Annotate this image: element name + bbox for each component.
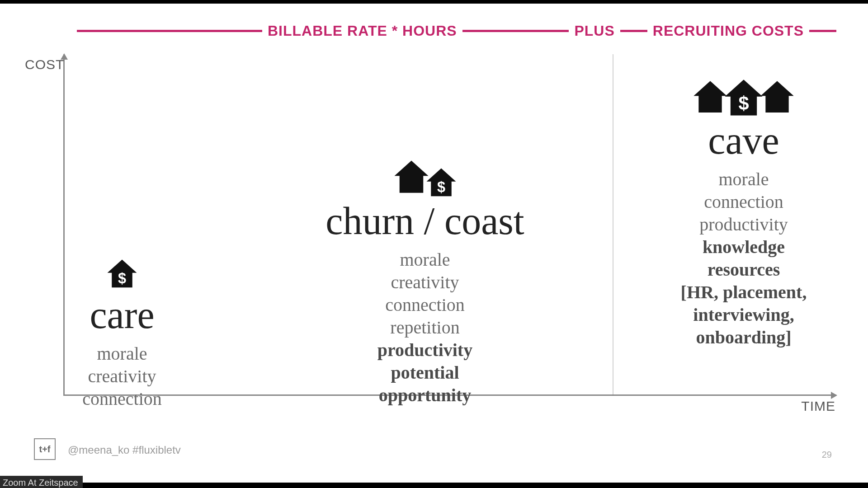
list-item: productivity — [665, 213, 823, 236]
section-divider — [613, 54, 613, 396]
rule — [809, 30, 836, 32]
footer-logo: t+f — [34, 438, 56, 460]
list-item: morale — [267, 249, 583, 271]
top-bar: BILLABLE RATE * HOURS PLUS RECRUITING CO… — [77, 23, 836, 39]
list-item: morale — [70, 343, 174, 365]
cluster-list: moraleconnectionproductivityknowledgeres… — [665, 168, 823, 349]
list-item: interviewing, — [665, 304, 823, 326]
rule — [620, 30, 647, 32]
list-item: resources — [665, 258, 823, 281]
x-axis-label: TIME — [801, 399, 835, 414]
cluster-list: moralecreativityconnection — [70, 343, 174, 410]
cluster-list: moralecreativityconnectionrepetitionprod… — [267, 249, 583, 407]
slide: BILLABLE RATE * HOURS PLUS RECRUITING CO… — [0, 4, 868, 483]
cluster-title: churn / coast — [267, 202, 583, 240]
list-item: [HR, placement, — [665, 281, 823, 304]
cluster-care: $ care moralecreativityconnection — [70, 257, 174, 410]
list-item: repetition — [267, 316, 583, 339]
y-axis-label: COST — [25, 57, 64, 72]
top-label-billable: BILLABLE RATE * HOURS — [262, 23, 462, 39]
list-item: connection — [665, 191, 823, 213]
house-dollar-icon: $ — [665, 76, 823, 117]
cluster-cave: $ cave moraleconnectionproductivityknowl… — [665, 76, 823, 349]
house-dollar-icon: $ — [267, 157, 583, 198]
footer-handle: @meena_ko #fluxibletv — [68, 444, 181, 456]
list-item: knowledge — [665, 236, 823, 258]
svg-text:$: $ — [437, 179, 445, 195]
y-axis — [63, 54, 65, 396]
list-item: morale — [665, 168, 823, 191]
list-item: onboarding] — [665, 326, 823, 349]
top-label-recruiting: RECRUITING COSTS — [647, 23, 809, 39]
list-item: creativity — [70, 365, 174, 388]
list-item: creativity — [267, 271, 583, 294]
cluster-title: cave — [665, 121, 823, 160]
list-item: connection — [70, 388, 174, 410]
watermark: Zoom At Zeitspace — [0, 476, 83, 488]
house-dollar-icon: $ — [70, 257, 174, 292]
rule — [77, 30, 262, 32]
svg-text:$: $ — [738, 93, 749, 114]
list-item: productivity — [267, 339, 583, 361]
page-number: 29 — [822, 450, 832, 460]
list-item: potential — [267, 361, 583, 384]
list-item: opportunity — [267, 384, 583, 407]
svg-text:$: $ — [118, 270, 126, 286]
rule — [462, 30, 569, 32]
cluster-churn-coast: $ churn / coast moralecreativityconnecti… — [267, 157, 583, 407]
list-item: connection — [267, 294, 583, 316]
top-label-plus: PLUS — [569, 23, 620, 39]
cluster-title: care — [70, 296, 174, 334]
